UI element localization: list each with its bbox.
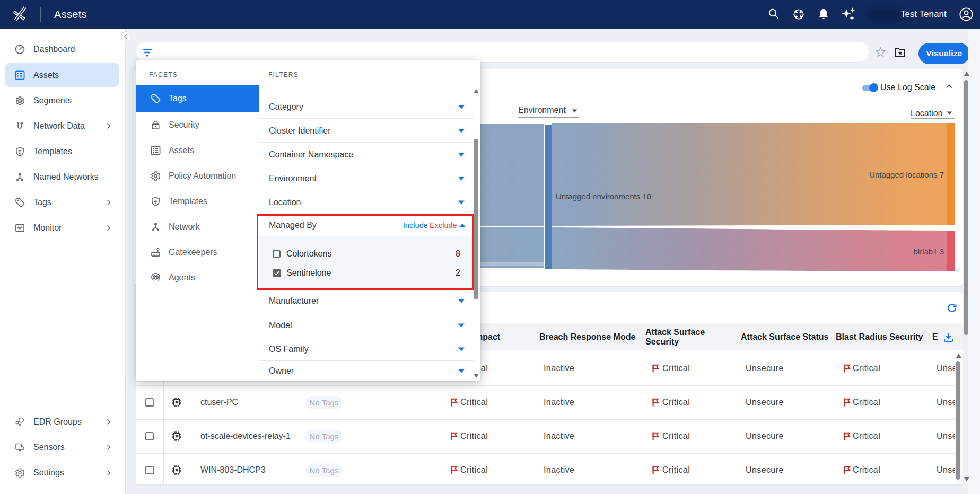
svg-text:Untagged environments 10: Untagged environments 10 <box>556 192 651 201</box>
svg-text:blrlab1 3: blrlab1 3 <box>913 247 944 256</box>
svg-text:Untagged locations 7: Untagged locations 7 <box>869 170 944 179</box>
